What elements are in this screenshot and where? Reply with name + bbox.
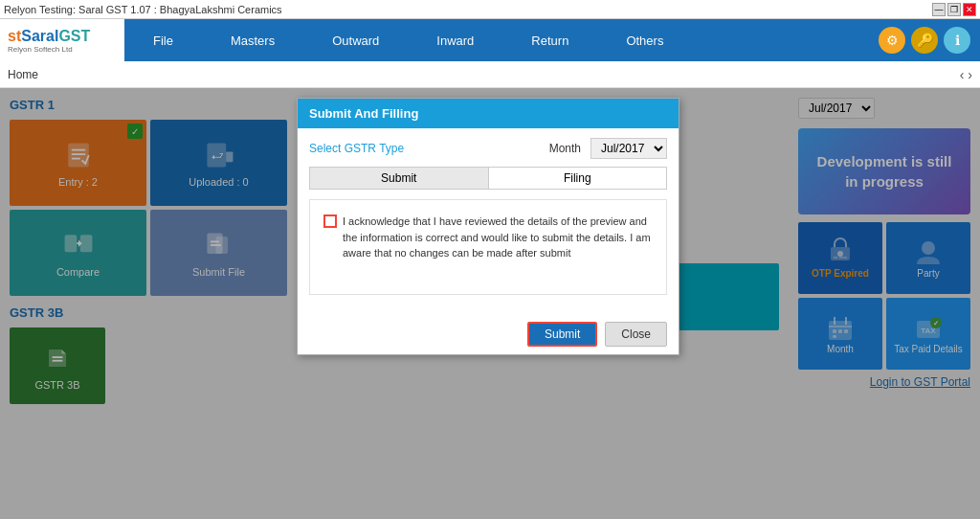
nav-masters[interactable]: Masters xyxy=(202,19,303,61)
checkbox-row: I acknowledge that I have reviewed the d… xyxy=(318,208,658,267)
modal-gstr-label: Select GSTR Type xyxy=(309,142,404,155)
nav-next[interactable]: › xyxy=(968,67,972,82)
close-button[interactable]: ✕ xyxy=(963,3,976,16)
title-bar: Relyon Testing: Saral GST 1.07 : BhagyaL… xyxy=(0,0,980,19)
modal-month-label: Month xyxy=(549,142,581,155)
modal-overlay: Submit And Filling Select GSTR Type Mont… xyxy=(0,88,980,519)
breadcrumb-bar: Home ‹ › xyxy=(0,61,980,88)
acknowledge-text: I acknowledge that I have reviewed the d… xyxy=(343,214,653,261)
nav-arrows: ‹ › xyxy=(960,67,972,82)
nav-menu: File Masters Outward Inward Return Other… xyxy=(124,19,879,61)
icon-info[interactable]: ℹ xyxy=(944,27,970,54)
modal-content-area: I acknowledge that I have reviewed the d… xyxy=(309,199,667,295)
modal-tabs: Submit Filing xyxy=(309,167,667,190)
nav-prev[interactable]: ‹ xyxy=(960,67,965,82)
restore-button[interactable]: ❐ xyxy=(947,3,961,16)
nav-file[interactable]: File xyxy=(124,19,202,61)
modal-tab-filing[interactable]: Filing xyxy=(489,168,667,189)
close-button[interactable]: Close xyxy=(605,322,667,347)
modal-tab-submit[interactable]: Submit xyxy=(310,168,489,189)
modal-body: Select GSTR Type Month Jul/2017 Submit F… xyxy=(298,128,679,314)
logo-area: stSaralGST Relyon Softech Ltd xyxy=(0,19,124,61)
modal-footer: Submit Close xyxy=(298,314,679,354)
modal-gstr-row: Select GSTR Type Month Jul/2017 xyxy=(309,138,667,159)
minimize-button[interactable]: — xyxy=(932,3,946,16)
submit-button[interactable]: Submit xyxy=(527,322,597,347)
header: stSaralGST Relyon Softech Ltd File Maste… xyxy=(0,19,980,61)
logo-subtitle: Relyon Softech Ltd xyxy=(8,45,90,54)
nav-others[interactable]: Others xyxy=(597,19,692,61)
window-controls: — ❐ ✕ xyxy=(932,3,976,16)
nav-return[interactable]: Return xyxy=(502,19,597,61)
modal-month-select[interactable]: Jul/2017 xyxy=(590,138,667,159)
main-content: GSTR 1 ✓ Entry : 2 ⮐ xyxy=(0,88,980,519)
modal-header: Submit And Filling xyxy=(298,99,679,128)
icon-tools[interactable]: ⚙ xyxy=(879,27,905,54)
nav-icons: ⚙ 🔑 ℹ xyxy=(879,27,980,54)
icon-key[interactable]: 🔑 xyxy=(911,27,938,54)
nav-outward[interactable]: Outward xyxy=(303,19,408,61)
logo-text: stSaralGST xyxy=(8,28,90,45)
nav-inward[interactable]: Inward xyxy=(408,19,502,61)
modal: Submit And Filling Select GSTR Type Mont… xyxy=(297,98,679,355)
title-text: Relyon Testing: Saral GST 1.07 : BhagyaL… xyxy=(4,4,282,15)
breadcrumb-home[interactable]: Home xyxy=(8,68,38,81)
acknowledge-checkbox[interactable] xyxy=(323,214,337,228)
